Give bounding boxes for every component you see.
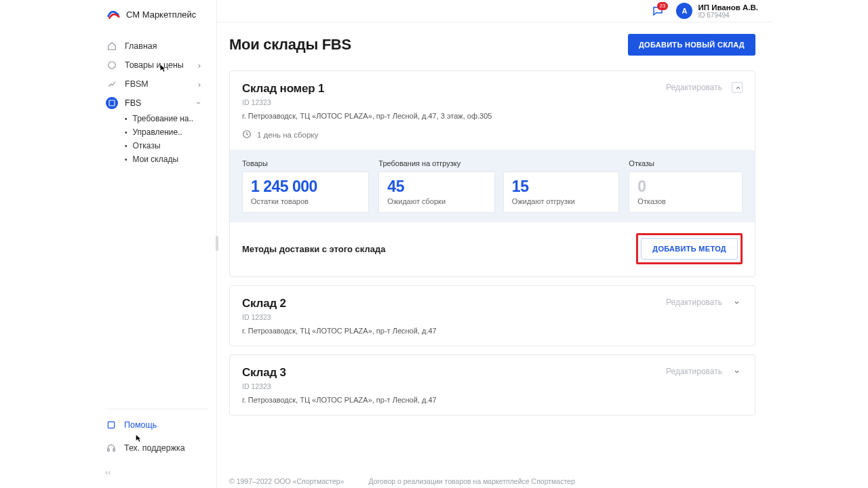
sidebar-sub-label: Управление.. — [133, 127, 182, 137]
tutorial-highlight: ДОБАВИТЬ МЕТОД — [636, 233, 743, 264]
sidebar-item-label: FBS — [125, 98, 188, 108]
warehouse-id: ID 12323 — [242, 98, 492, 106]
sidebar-sub-warehouses[interactable]: Мои склады — [125, 155, 208, 164]
warehouse-id: ID 12323 — [242, 382, 437, 390]
add-warehouse-button[interactable]: ДОБАВИТЬ НОВЫЙ СКЛАД — [628, 34, 755, 56]
sidebar-item-fbsm[interactable]: FBSM › — [106, 75, 208, 94]
warehouse-id: ID 12323 — [242, 313, 437, 321]
edit-link[interactable]: Редактировать — [666, 83, 722, 92]
collapse-sidebar[interactable]: ‹‹ — [105, 464, 208, 481]
sidebar-support[interactable]: Тех. поддержка — [105, 439, 208, 457]
stat-remains[interactable]: 1 245 000 Остатки товаров — [242, 171, 369, 213]
stat-value: 0 — [637, 179, 734, 195]
stat-refusals[interactable]: 0 Отказов — [629, 171, 743, 213]
sidebar-support-label: Тех. поддержка — [124, 443, 185, 453]
user-name: ИП Иванов А.В. — [698, 3, 758, 12]
avatar: A — [676, 3, 692, 19]
warehouse-address: г. Петрозаводск, ТЦ «ЛОТОС PLAZA», пр-т … — [242, 396, 437, 404]
expand-toggle[interactable]: › — [732, 297, 743, 308]
stat-value: 1 245 000 — [251, 179, 360, 195]
sidebar-sub-label: Требование на.. — [133, 114, 194, 123]
box-icon — [106, 97, 118, 109]
stat-awaiting-build[interactable]: 45 Ожидают сборки — [378, 171, 495, 213]
notifications-button[interactable]: 23 — [650, 3, 665, 18]
stats-head-treb: Требования на отгрузку — [378, 159, 619, 167]
sidebar-sub-management[interactable]: Управление.. — [125, 127, 208, 137]
chevron-down-icon: › — [732, 370, 743, 373]
assembly-time: 1 день на сборку — [257, 131, 318, 139]
runner-icon — [106, 78, 118, 90]
headset-icon — [105, 442, 117, 454]
chevron-down-icon: › — [195, 98, 204, 108]
stat-sub: Остатки товаров — [251, 197, 360, 205]
notifications-badge: 23 — [657, 2, 669, 10]
sidebar-item-label: Главная — [125, 41, 208, 51]
chevron-right-icon: › — [195, 60, 204, 70]
home-icon — [106, 40, 118, 52]
warehouse-card: Склад номер 1 ID 12323 г. Петрозаводск, … — [229, 70, 755, 277]
stat-sub: Отказов — [637, 197, 734, 205]
svg-rect-3 — [108, 449, 109, 451]
brand-logo-icon — [106, 7, 121, 22]
warehouse-address: г. Петрозаводск, ТЦ «ЛОТОС PLAZA», пр-т … — [242, 327, 437, 335]
user-menu[interactable]: A ИП Иванов А.В. ID 679494 — [676, 3, 758, 19]
sidebar-sub-label: Мои склады — [133, 155, 179, 164]
sidebar-item-home[interactable]: Главная — [106, 37, 208, 56]
stat-sub: Ожидают сборки — [387, 197, 486, 205]
warehouse-card: Склад 3 ID 12323 г. Петрозаводск, ТЦ «ЛО… — [229, 354, 755, 415]
clock-icon — [242, 129, 252, 140]
footer-copyright: © 1997–2022 ООО «Спортмастер» — [229, 477, 344, 485]
svg-point-0 — [108, 62, 116, 69]
sidebar-help[interactable]: Помощь — [105, 416, 208, 434]
warehouse-title: Склад 2 — [242, 297, 437, 310]
svg-rect-1 — [109, 100, 115, 106]
collapse-toggle[interactable]: › — [732, 82, 743, 93]
stats-head-tovary: Товары — [242, 159, 369, 167]
tag-icon — [106, 59, 118, 71]
stat-sub: Ожидают отгрузки — [512, 197, 611, 205]
svg-rect-2 — [108, 422, 114, 428]
footer: © 1997–2022 ООО «Спортмастер» Договор о … — [229, 477, 772, 485]
stats-band: Товары 1 245 000 Остатки товаров Требова… — [230, 150, 755, 222]
chevron-double-left-icon: ‹‹ — [105, 468, 111, 477]
edit-link[interactable]: Редактировать — [666, 367, 722, 376]
warehouse-title: Склад номер 1 — [242, 82, 492, 96]
warehouse-title: Склад 3 — [242, 366, 437, 380]
brand-name: СМ Маркетплейс — [126, 9, 196, 20]
page-title: Мои склады FBS — [229, 36, 351, 54]
sidebar-item-products[interactable]: Товары и цены › — [106, 56, 208, 75]
sidebar-help-label: Помощь — [124, 420, 157, 430]
chevron-up-icon: › — [732, 86, 743, 89]
brand[interactable]: СМ Маркетплейс — [106, 0, 208, 33]
stat-awaiting-ship[interactable]: 15 Ожидают отгрузки — [503, 171, 620, 213]
stats-head-otk: Отказы — [629, 159, 743, 167]
add-method-button[interactable]: ДОБАВИТЬ МЕТОД — [641, 238, 738, 260]
sidebar-sub-requirements[interactable]: Требование на.. — [125, 114, 208, 123]
delivery-methods-title: Методы доставки с этого склада — [242, 244, 385, 254]
sidebar-item-label: Товары и цены — [125, 60, 188, 70]
sidebar-sub-label: Отказы — [133, 141, 161, 150]
footer-contract-link[interactable]: Договор о реализации товаров на маркетпл… — [368, 477, 574, 485]
stat-value: 45 — [387, 179, 486, 195]
stat-value: 15 — [512, 179, 611, 195]
edit-link[interactable]: Редактировать — [666, 298, 722, 307]
sidebar-sub-refusals[interactable]: Отказы — [125, 141, 208, 150]
chevron-down-icon: › — [732, 301, 743, 304]
warehouse-card: Склад 2 ID 12323 г. Петрозаводск, ТЦ «ЛО… — [229, 285, 755, 346]
sidebar-item-label: FBSM — [125, 79, 188, 89]
chevron-right-icon: › — [195, 79, 204, 89]
resize-handle[interactable] — [216, 236, 218, 251]
expand-toggle[interactable]: › — [732, 366, 743, 377]
svg-rect-4 — [113, 449, 115, 451]
warehouse-address: г. Петрозаводск, ТЦ «ЛОТОС PLAZA», пр-т … — [242, 112, 492, 120]
sidebar-item-fbs[interactable]: FBS › — [106, 94, 208, 113]
help-icon — [105, 419, 117, 431]
user-id: ID 679494 — [698, 12, 758, 19]
